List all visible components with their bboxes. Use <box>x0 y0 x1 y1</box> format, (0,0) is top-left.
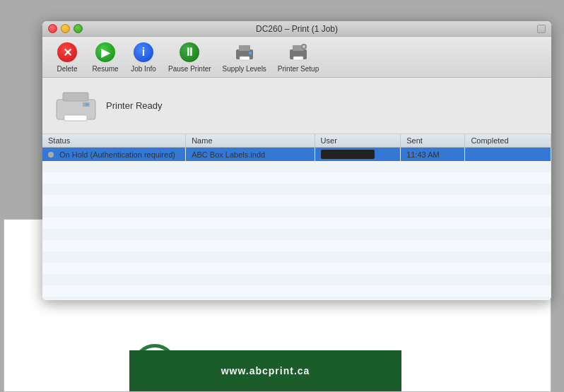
resume-label: Resume <box>92 65 118 73</box>
resume-button[interactable]: ▶ Resume <box>88 39 123 75</box>
resume-circle-icon: ▶ <box>95 42 115 62</box>
paper-green-bar: www.abcprint.ca <box>129 350 401 391</box>
job-user-cell: ██████████ <box>315 148 401 162</box>
print-window: DC260 – Print (1 Job) ✕ Delete ▶ R <box>42 21 551 300</box>
empty-row <box>42 240 551 251</box>
resume-icon: ▶ <box>94 41 117 64</box>
empty-row <box>42 297 551 300</box>
svg-rect-2 <box>240 57 249 60</box>
info-circle-icon: i <box>134 42 153 62</box>
svg-rect-6 <box>293 57 303 60</box>
supply-levels-button[interactable]: Supply Levels <box>218 39 271 75</box>
empty-row <box>42 229 551 240</box>
col-header-user: User <box>315 134 401 148</box>
printer-setup-icon <box>287 41 310 64</box>
toolbar: ✕ Delete ▶ Resume i Job Info <box>42 37 551 78</box>
pause-printer-label: Pause Printer <box>168 65 211 73</box>
status-dot-icon <box>48 152 54 158</box>
empty-row <box>42 195 551 206</box>
printer-setup-button[interactable]: Printer Setup <box>274 39 323 75</box>
table-header: Status Name User Sent Completed <box>42 134 551 148</box>
minimize-button[interactable] <box>61 24 70 33</box>
printer-large-svg <box>53 90 99 125</box>
empty-row <box>42 184 551 195</box>
empty-row <box>42 161 551 172</box>
job-info-label: Job Info <box>131 65 156 73</box>
window-resize-button[interactable] <box>537 25 546 33</box>
job-completed-cell <box>465 148 551 162</box>
empty-row <box>42 263 551 274</box>
empty-row <box>42 218 551 229</box>
empty-row <box>42 206 551 218</box>
pause-printer-icon: ⏸ <box>178 41 201 64</box>
setup-svg-icon <box>288 42 308 62</box>
col-header-completed: Completed <box>465 134 551 148</box>
delete-button[interactable]: ✕ Delete <box>49 39 85 75</box>
job-table-container: Status Name User Sent Completed On <box>42 134 551 300</box>
supply-levels-label: Supply Levels <box>223 65 266 73</box>
pause-circle-icon: ⏸ <box>180 42 199 62</box>
svg-point-8 <box>302 45 305 48</box>
empty-row <box>42 172 551 184</box>
paper-url: www.abcprint.ca <box>221 365 310 376</box>
delete-icon: ✕ <box>56 41 78 64</box>
svg-point-13 <box>86 103 88 106</box>
printer-status-text: Printer Ready <box>106 100 162 111</box>
job-status-cell: On Hold (Authentication required) <box>42 148 186 162</box>
title-bar: DC260 – Print (1 Job) <box>42 21 551 37</box>
printer-setup-label: Printer Setup <box>278 65 319 73</box>
close-button[interactable] <box>48 24 57 33</box>
svg-rect-11 <box>64 115 87 121</box>
svg-rect-10 <box>63 93 88 101</box>
empty-row <box>42 251 551 263</box>
empty-row <box>42 285 551 297</box>
job-table: Status Name User Sent Completed On <box>42 134 551 300</box>
maximize-button[interactable] <box>74 24 83 33</box>
job-info-button[interactable]: i Job Info <box>126 39 161 75</box>
supply-levels-icon <box>233 41 256 64</box>
pause-printer-button[interactable]: ⏸ Pause Printer <box>164 39 216 75</box>
job-sent-cell: 11:43 AM <box>401 148 465 162</box>
delete-circle-icon: ✕ <box>57 42 77 62</box>
traffic-lights <box>48 24 83 33</box>
job-info-icon: i <box>132 41 155 64</box>
job-sent-text: 11:43 AM <box>406 150 439 159</box>
table-row[interactable]: On Hold (Authentication required) ABC Bo… <box>42 148 551 162</box>
col-header-name: Name <box>186 134 315 148</box>
printer-status-area: Printer Ready <box>42 78 551 134</box>
window-title: DC260 – Print (1 Job) <box>256 24 338 34</box>
delete-label: Delete <box>57 65 78 73</box>
table-body: On Hold (Authentication required) ABC Bo… <box>42 148 551 301</box>
empty-row <box>42 274 551 285</box>
printer-svg-icon <box>235 42 254 62</box>
job-name-text: ABC Box Labels.indd <box>192 150 265 159</box>
svg-point-3 <box>249 52 252 54</box>
job-name-cell: ABC Box Labels.indd <box>186 148 315 162</box>
col-header-sent: Sent <box>401 134 465 148</box>
printer-status-icon <box>53 90 95 121</box>
svg-rect-1 <box>239 45 250 51</box>
job-user-redacted: ██████████ <box>321 150 375 159</box>
col-header-status: Status <box>42 134 186 148</box>
job-status-text: On Hold (Authentication required) <box>59 150 175 159</box>
